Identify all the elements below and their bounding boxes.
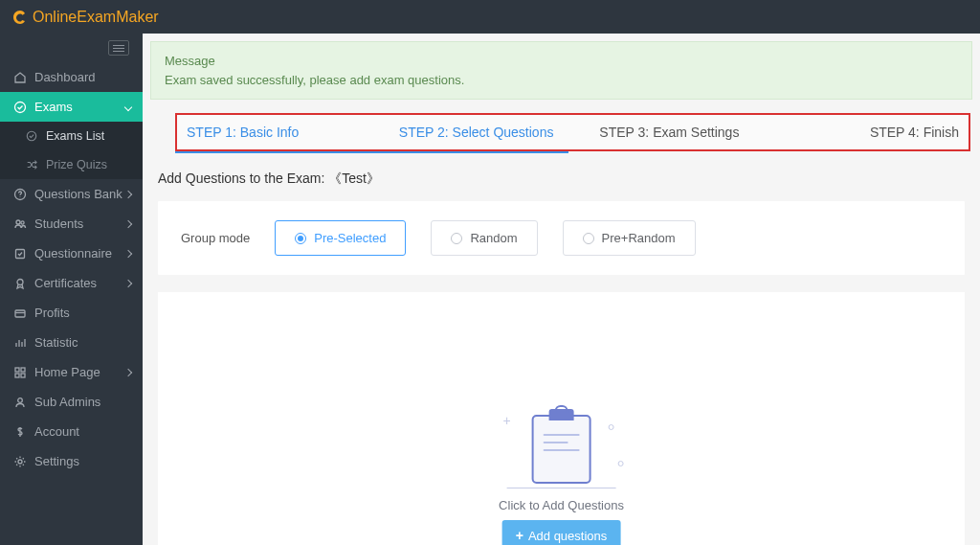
group-mode-prerandom[interactable]: Pre+Random: [563, 220, 696, 256]
nav-label: Settings: [34, 454, 133, 468]
chevron-right-icon: [124, 279, 132, 286]
sidebar-item-settings[interactable]: Settings: [0, 446, 143, 476]
steps-bar: STEP 1: Basic Info STEP 2: Select Questi…: [175, 113, 970, 151]
questions-area: + Click to Add Questions + Add questions: [158, 292, 965, 545]
group-mode-label: Group mode: [181, 231, 250, 245]
clipboard-illustration: +: [499, 407, 623, 488]
sidebar-item-exams-list[interactable]: Exams List: [0, 122, 143, 150]
sidebar-item-home-page[interactable]: Home Page: [0, 357, 143, 387]
svg-rect-11: [21, 374, 25, 377]
question-icon: [13, 188, 27, 201]
nav-label: Dashboard: [34, 70, 133, 84]
card-icon: [13, 307, 27, 320]
chart-icon: [13, 336, 27, 350]
users-icon: [13, 217, 27, 231]
nav-label: Home Page: [34, 365, 125, 379]
circle-decor-icon: [617, 461, 623, 466]
group-mode-random[interactable]: Random: [431, 220, 537, 256]
success-message: Message Exam saved successfully, please …: [150, 41, 972, 100]
steps-progress-underline: [175, 151, 568, 153]
plus-decor-icon: +: [502, 413, 510, 428]
option-label: Pre+Random: [602, 231, 676, 245]
sidebar-item-prize-quizs[interactable]: Prize Quizs: [0, 150, 143, 179]
brand-logo[interactable]: OnlineExamMaker: [11, 9, 159, 26]
sidebar-item-questions-bank[interactable]: Questions Bank: [0, 179, 143, 209]
nav-label: Students: [34, 216, 125, 231]
circle-decor-icon: [608, 424, 613, 430]
nav-label: Prize Quizs: [46, 158, 133, 171]
svg-point-12: [18, 397, 23, 402]
sidebar-item-profits[interactable]: Profits: [0, 298, 143, 328]
main-content: Message Exam saved successfully, please …: [143, 34, 980, 545]
gear-icon: [13, 455, 27, 468]
grid-icon: [13, 366, 27, 379]
nav-label: Exams: [34, 100, 125, 114]
sidebar-item-account[interactable]: Account: [0, 417, 143, 446]
option-label: Pre-Selected: [314, 231, 386, 245]
radio-icon: [451, 233, 462, 244]
nav-label: Account: [34, 424, 133, 439]
sidebar-item-statistic[interactable]: Statistic: [0, 328, 143, 357]
chevron-right-icon: [124, 219, 132, 227]
badge-icon: [13, 277, 27, 290]
step-1[interactable]: STEP 1: Basic Info: [177, 125, 380, 140]
message-title: Message: [165, 52, 958, 71]
user-icon: [13, 396, 27, 409]
group-mode-card: Group mode Pre-Selected Random Pre+Rando…: [158, 201, 965, 275]
svg-rect-10: [15, 374, 19, 377]
sidebar-item-students[interactable]: Students: [0, 209, 143, 238]
sidebar-item-questionnaire[interactable]: Questionnaire: [0, 238, 143, 268]
add-questions-button[interactable]: + Add questions: [502, 520, 621, 545]
svg-point-1: [27, 131, 35, 140]
nav-label: Statistic: [34, 335, 133, 350]
sidebar-toggle-row: [0, 34, 143, 62]
empty-text: Click to Add Questions: [499, 498, 624, 512]
svg-point-4: [21, 220, 24, 223]
dollar-icon: [13, 425, 27, 439]
svg-rect-7: [15, 310, 25, 317]
group-mode-preselected[interactable]: Pre-Selected: [275, 220, 406, 256]
exams-subnav: Exams List Prize Quizs: [0, 122, 143, 179]
message-body: Exam saved successfully, please add exam…: [165, 71, 958, 90]
top-bar: OnlineExamMaker: [0, 0, 980, 34]
radio-icon: [295, 233, 306, 244]
nav-label: Profits: [34, 306, 133, 320]
option-label: Random: [470, 231, 517, 245]
section-title: Add Questions to the Exam: 《Test》: [158, 170, 980, 188]
baseline-decor: [506, 488, 615, 489]
plus-icon: +: [516, 528, 523, 543]
svg-rect-9: [21, 368, 25, 372]
step-4[interactable]: STEP 4: Finish: [766, 125, 969, 140]
home-icon: [13, 71, 27, 84]
svg-point-0: [15, 102, 26, 112]
check-circle-icon: [25, 129, 38, 143]
nav-label: Certificates: [34, 276, 125, 290]
sidebar-item-dashboard[interactable]: Dashboard: [0, 62, 143, 92]
hamburger-icon[interactable]: [108, 40, 129, 56]
chevron-down-icon: [124, 102, 132, 110]
radio-icon: [583, 233, 594, 244]
checkbox-icon: [13, 247, 27, 261]
chevron-right-icon: [124, 368, 132, 375]
empty-state: + Click to Add Questions + Add questions: [499, 407, 624, 545]
sidebar-item-sub-admins[interactable]: Sub Admins: [0, 387, 143, 417]
chevron-right-icon: [124, 249, 132, 257]
check-circle-icon: [13, 101, 27, 114]
brand-text: OnlineExamMaker: [33, 9, 159, 26]
shuffle-icon: [25, 158, 38, 171]
brand-icon: [11, 9, 29, 26]
clipboard-icon: [531, 415, 590, 484]
step-2[interactable]: STEP 2: Select Questions: [380, 125, 573, 140]
svg-point-3: [16, 220, 20, 224]
button-label: Add questions: [528, 529, 607, 543]
svg-rect-8: [15, 368, 19, 372]
nav-label: Questionnaire: [34, 246, 125, 261]
svg-point-13: [18, 460, 22, 464]
nav-label: Sub Admins: [34, 395, 133, 409]
sidebar-item-certificates[interactable]: Certificates: [0, 268, 143, 298]
sidebar-item-exams[interactable]: Exams: [0, 92, 143, 122]
nav-label: Exams List: [46, 129, 133, 143]
sidebar: Dashboard Exams Exams List Prize Quizs Q…: [0, 34, 143, 545]
nav-label: Questions Bank: [34, 187, 125, 201]
step-3[interactable]: STEP 3: Exam Settings: [573, 125, 767, 140]
